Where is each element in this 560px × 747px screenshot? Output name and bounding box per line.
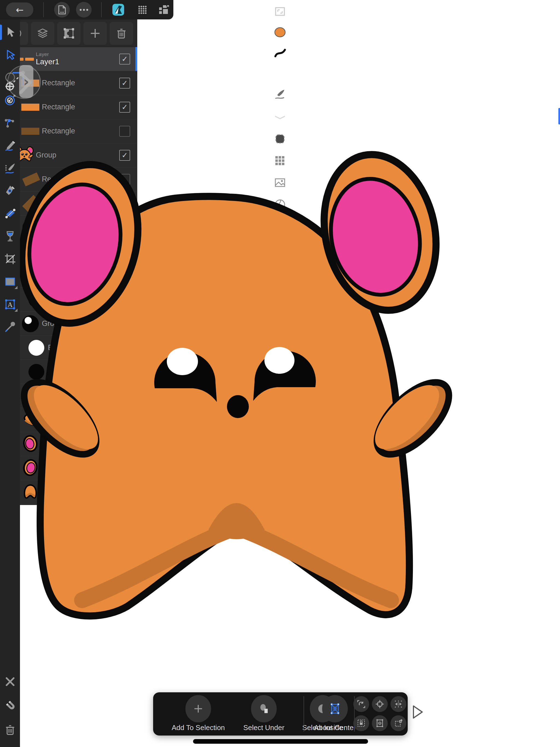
pen-tool-icon[interactable] — [2, 183, 18, 199]
move-tool-icon[interactable] — [2, 24, 18, 40]
fill-tool-icon[interactable] — [2, 228, 18, 244]
back-button[interactable]: ← — [6, 2, 33, 17]
active-tool-indicator — [0, 25, 2, 40]
pencil-tool-icon[interactable] — [2, 137, 18, 153]
toolbar-separator — [101, 2, 102, 17]
select-under-button[interactable]: Select Under — [235, 692, 292, 736]
dots-grid-icon[interactable] — [136, 4, 149, 16]
lock-children-icon[interactable] — [353, 715, 369, 731]
left-tool-rail: A — [0, 0, 20, 747]
canvas-layout-icon[interactable] — [157, 4, 170, 16]
nose — [227, 395, 249, 418]
back-arrow-icon: ← — [16, 4, 24, 15]
affinity-designer-logo[interactable] — [112, 4, 124, 16]
add-to-selection-button[interactable]: Add To Selection — [163, 692, 234, 736]
canvas[interactable] — [0, 0, 560, 747]
home-indicator[interactable] — [193, 739, 368, 744]
tool-drawer-handle[interactable]: › — [19, 65, 33, 98]
svg-text:A: A — [8, 301, 13, 309]
more-text-tools-indicator — [15, 309, 18, 312]
show-origin-icon[interactable] — [372, 715, 388, 731]
plus-icon — [185, 695, 211, 722]
transform-objects-icon[interactable] — [390, 715, 406, 731]
mirror-horizontal-icon[interactable] — [390, 696, 406, 712]
snapping-magnet-icon[interactable] — [2, 697, 18, 713]
toolbar-expand-arrow[interactable] — [411, 704, 424, 720]
shape-tool-icon[interactable] — [2, 274, 18, 289]
toolbar-separator — [43, 2, 44, 17]
text-tool-icon[interactable]: A — [2, 297, 18, 312]
more-shapes-indicator — [15, 286, 18, 289]
about-center-icon — [322, 695, 348, 722]
document-icon — [58, 5, 66, 15]
color-picker-tool-icon[interactable] — [2, 319, 18, 335]
node-tool-icon[interactable] — [2, 47, 18, 62]
toolbar-separator — [304, 696, 304, 732]
right-eye-pupil — [264, 347, 295, 374]
crop-tool-icon[interactable] — [2, 251, 18, 267]
corner-tool-icon[interactable] — [2, 115, 18, 131]
document-menu-button[interactable] — [54, 2, 70, 18]
ellipsis-icon — [79, 8, 88, 11]
top-toolbar: ← — [0, 0, 173, 19]
delete-tool-icon[interactable] — [2, 722, 18, 738]
contour-tool-icon[interactable] — [2, 92, 18, 108]
select-under-icon — [251, 695, 277, 722]
point-transform-tool-icon[interactable] — [2, 70, 18, 85]
gradient-tool-icon[interactable] — [2, 206, 18, 222]
more-options-button[interactable] — [76, 2, 92, 18]
crosshair-target-icon[interactable] — [372, 696, 388, 712]
left-eye-pupil — [167, 348, 198, 375]
selection-toolbar: Add To Selection Select Under Select Ins… — [153, 692, 408, 736]
vector-brush-tool-icon[interactable] — [2, 160, 18, 176]
deselect-icon[interactable] — [2, 674, 18, 690]
rotate-reset-icon[interactable] — [353, 696, 369, 712]
